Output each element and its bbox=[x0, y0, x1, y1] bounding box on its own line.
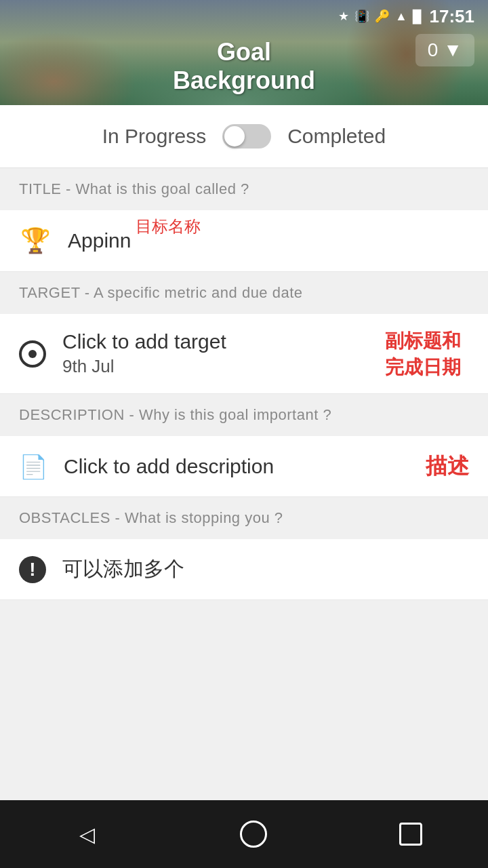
completed-label: Completed bbox=[287, 125, 386, 148]
target-text-group: Click to add target 9th Jul bbox=[62, 330, 226, 377]
obstacles-text: 可以添加多个 bbox=[62, 555, 184, 583]
target-annotation: 副标题和完成日期 bbox=[385, 328, 461, 380]
wifi-icon: ▲ bbox=[395, 9, 407, 24]
bluetooth-icon: ★ bbox=[338, 9, 349, 24]
status-bar: ★ 📳 🔑 ▲ █ 17:51 bbox=[0, 0, 488, 33]
counter-value: 0 bbox=[428, 39, 439, 61]
toggle-row: In Progress Completed bbox=[0, 105, 488, 168]
obstacles-section-header: OBSTACLES - What is stopping you ? bbox=[0, 497, 488, 539]
target-main-text: Click to add target bbox=[62, 330, 226, 353]
warning-icon: ! bbox=[19, 556, 46, 583]
title-text-group: Appinn bbox=[68, 229, 131, 252]
counter-dropdown-icon[interactable]: ▼ bbox=[443, 39, 462, 61]
target-section-content[interactable]: Click to add target 9th Jul 副标题和完成日期 bbox=[0, 314, 488, 394]
goal-title-value: Appinn bbox=[68, 229, 131, 252]
obstacles-section-content[interactable]: ! 可以添加多个 bbox=[0, 539, 488, 600]
title-annotation: 目标名称 bbox=[136, 216, 201, 237]
progress-toggle[interactable] bbox=[222, 124, 271, 149]
title-section-content[interactable]: 🏆 Appinn 目标名称 bbox=[0, 210, 488, 272]
header-title: GoalBackground bbox=[173, 38, 315, 95]
description-header-text: DESCRIPTION - Why is this goal important… bbox=[19, 406, 331, 423]
document-icon: 📄 bbox=[19, 453, 47, 480]
home-button[interactable] bbox=[240, 821, 267, 848]
target-icon bbox=[19, 340, 46, 368]
obstacles-header-text: OBSTACLES - What is stopping you ? bbox=[19, 509, 283, 526]
description-section-header: DESCRIPTION - Why is this goal important… bbox=[0, 394, 488, 436]
target-header-text: TARGET - A specific metric and due date bbox=[19, 284, 303, 301]
status-icons: ★ 📳 🔑 ▲ █ bbox=[338, 9, 422, 24]
title-header-text: TITLE - What is this goal called ? bbox=[19, 180, 249, 197]
vibrate-icon: 📳 bbox=[354, 9, 369, 24]
target-sub-text: 9th Jul bbox=[62, 356, 226, 377]
recent-apps-button[interactable] bbox=[399, 823, 422, 846]
bottom-nav: ◁ bbox=[0, 800, 488, 868]
target-section-header: TARGET - A specific metric and due date bbox=[0, 272, 488, 314]
key-icon: 🔑 bbox=[375, 9, 390, 24]
trophy-icon: 🏆 bbox=[19, 226, 52, 255]
title-section-header: TITLE - What is this goal called ? bbox=[0, 168, 488, 210]
description-section-content[interactable]: 📄 Click to add description 描述 bbox=[0, 436, 488, 497]
back-button[interactable]: ◁ bbox=[66, 816, 108, 853]
content-area: In Progress Completed TITLE - What is th… bbox=[0, 105, 488, 868]
in-progress-label: In Progress bbox=[102, 125, 206, 148]
description-text: Click to add description bbox=[64, 455, 274, 478]
description-annotation: 描述 bbox=[426, 452, 469, 481]
header-counter[interactable]: 0 ▼ bbox=[415, 34, 474, 66]
battery-icon: █ bbox=[413, 9, 422, 24]
status-time: 17:51 bbox=[430, 6, 475, 27]
